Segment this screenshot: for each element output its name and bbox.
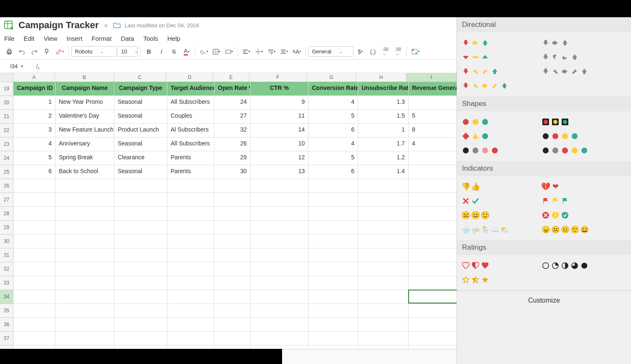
cell-E38[interactable] [214,346,251,349]
redo-icon[interactable] [29,46,40,58]
col-header-D[interactable]: D [166,73,213,82]
menu-file[interactable]: File [4,35,14,42]
cell-F38[interactable] [251,346,309,349]
wrap-icon[interactable]: ▾ [266,46,277,58]
cell-D31[interactable] [167,248,214,262]
row-header-34[interactable]: 34 [0,290,13,304]
row-header-33[interactable]: 33 [0,276,13,290]
col-header-E[interactable]: E [213,73,249,82]
cell-B37[interactable] [55,332,114,346]
cell-B25[interactable]: Back to School [55,165,114,179]
cell-E33[interactable] [214,276,251,290]
cell-C27[interactable] [114,193,167,207]
cell-D27[interactable] [167,193,214,207]
cell-B26[interactable] [55,179,114,193]
row-header-37[interactable]: 37 [0,332,13,346]
cell-B24[interactable]: Spring Break [55,151,114,165]
cell-B34[interactable] [55,290,114,304]
iconset-3-flags[interactable] [541,196,570,206]
cell-H38[interactable] [358,346,409,349]
col-header-F[interactable]: F [249,73,307,82]
cell-C20[interactable]: Seasonal [114,96,167,110]
menu-tools[interactable]: Tools [143,35,158,42]
undo-icon[interactable] [16,46,28,58]
cell-B29[interactable] [55,221,114,235]
col-header-G[interactable]: G [307,73,356,82]
cell-F22[interactable]: 14 [251,124,309,137]
cell-C33[interactable] [114,276,167,290]
cell-C31[interactable] [114,248,167,262]
cell-D33[interactable] [167,276,214,290]
cell-D32[interactable] [167,262,214,276]
font-size-select[interactable]: 10⌄ [117,46,137,57]
row-header-29[interactable]: 29 [0,221,13,235]
row-header-28[interactable]: 28 [0,207,13,221]
row-header-20[interactable]: 20 [0,96,13,110]
iconset-5-traffic-lights[interactable] [541,146,589,155]
cell-A25[interactable]: 6 [13,165,55,179]
cell-C26[interactable] [114,179,167,193]
row-header-30[interactable]: 30 [0,235,13,248]
bold-icon[interactable]: B [143,46,155,58]
cell-I19[interactable]: Revenue Generat [409,82,457,96]
col-header-I[interactable]: I [407,73,457,82]
decrease-decimal-icon[interactable]: .00→ [392,46,404,58]
cell-G23[interactable]: 4 [309,137,358,151]
cell-E24[interactable]: 29 [214,151,251,165]
cell-I32[interactable] [409,262,457,276]
cell-E22[interactable]: 32 [214,124,251,137]
cell-A31[interactable] [13,248,55,262]
text-color-icon[interactable]: A▾ [181,46,193,58]
cell-A26[interactable] [13,179,55,193]
iconset-3-symbols-circled[interactable]: ! [541,211,570,220]
cell-B32[interactable] [55,262,114,276]
cell-C19[interactable]: Campaign Type [114,82,167,96]
iconset-5-arrows-gray[interactable] [541,67,589,76]
cell-D21[interactable]: Couples [167,110,214,124]
cell-E37[interactable] [214,332,251,346]
iconset-4-traffic-lights[interactable] [541,132,579,141]
valign-icon[interactable]: ▾ [253,46,265,58]
iconset-hearts-broken[interactable]: 💔 ❤ [541,182,560,191]
cell-D37[interactable] [167,332,214,346]
iconset-check-cross[interactable] [461,196,480,206]
cell-B30[interactable] [55,235,114,248]
cell-I21[interactable]: 5 [409,110,457,124]
cell-D24[interactable]: Parents [167,151,214,165]
cell-B21[interactable]: Valentine's Day [55,110,114,124]
iconset-3-triangles[interactable] [461,53,490,62]
cell-A19[interactable]: Campaign ID [13,82,55,96]
cell-I28[interactable] [409,207,457,221]
iconset-3-arrows-gray[interactable] [541,38,570,47]
cell-E26[interactable] [214,179,251,193]
row-header-25[interactable]: 25 [0,165,13,179]
cell-B27[interactable] [55,193,114,207]
fill-color-icon[interactable]: ▾ [198,46,210,58]
iconset-5-quarters[interactable] [541,261,589,270]
cell-H23[interactable]: 1.7 [358,137,409,151]
cell-F26[interactable] [251,179,309,193]
font-family-select[interactable]: Roboto⌄ [71,46,116,57]
cell-G19[interactable]: Conversion Rate % [309,82,358,96]
cell-H21[interactable]: 1.5 [358,110,409,124]
cell-I27[interactable] [409,193,457,207]
halign-icon[interactable]: ▾ [240,46,252,58]
cell-A29[interactable] [13,221,55,235]
cell-G28[interactable] [309,207,358,221]
cell-B23[interactable]: Anniversary [55,137,114,151]
cell-E27[interactable] [214,193,251,207]
folder-icon[interactable] [113,22,121,29]
cell-H34[interactable] [358,290,409,304]
row-header-22[interactable]: 22 [0,124,13,137]
cell-F37[interactable] [251,332,309,346]
cell-D28[interactable] [167,207,214,221]
cell-F36[interactable] [251,318,309,332]
cell-H35[interactable] [358,304,409,318]
cell-C30[interactable] [114,235,167,248]
row-header-24[interactable]: 24 [0,151,13,165]
cell-B19[interactable]: Campaign Name [55,82,114,96]
cell-F32[interactable] [251,262,309,276]
iconset-3-stars[interactable] [461,275,490,285]
cell-D38[interactable] [167,346,214,349]
cell-A32[interactable] [13,262,55,276]
